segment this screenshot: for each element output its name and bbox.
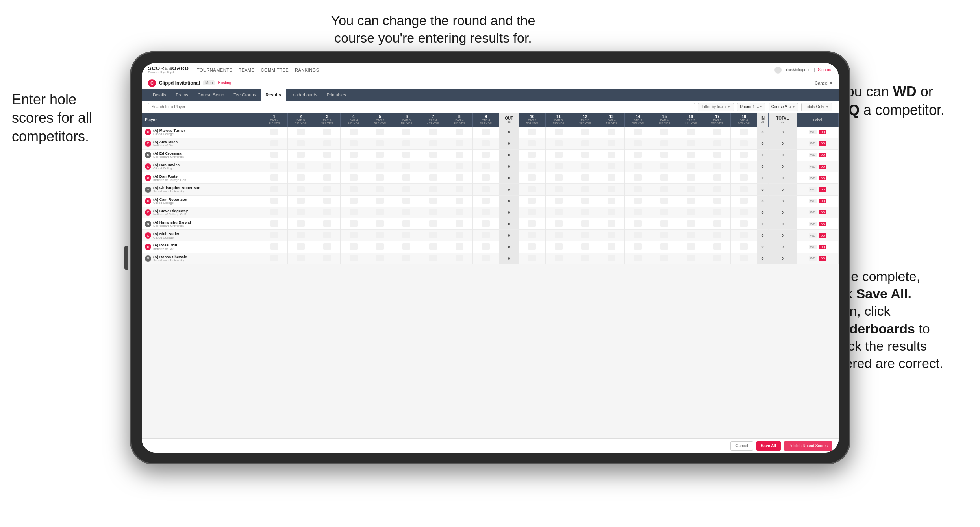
hole-13-score[interactable] [598,127,624,138]
hole-14-score[interactable] [625,195,651,207]
hole-1-score[interactable] [261,138,287,149]
dq-button[interactable]: DQ [819,256,826,261]
hole-15-score[interactable] [651,127,678,138]
wd-button[interactable]: WD [809,199,817,203]
hole-1-score[interactable] [261,253,287,264]
hole-4-score[interactable] [341,218,367,230]
hole-11-score[interactable] [545,195,572,207]
hole-11-score[interactable] [545,253,572,264]
hole-12-score[interactable] [572,127,598,138]
hole-6-score[interactable] [393,172,420,184]
hole-2-score[interactable] [287,149,314,161]
dq-button[interactable]: DQ [819,210,826,214]
hole-9-score[interactable] [472,149,499,161]
hole-5-score[interactable] [367,127,393,138]
hole-14-score[interactable] [625,207,651,218]
hole-17-score[interactable] [704,207,730,218]
hole-7-score[interactable] [420,184,446,195]
hole-7-score[interactable] [420,241,446,253]
hole-5-score[interactable] [367,207,393,218]
hole-7-score[interactable] [420,161,446,172]
hole-6-score[interactable] [393,161,420,172]
hole-3-score[interactable] [314,230,340,241]
hole-8-score[interactable] [446,127,472,138]
hole-4-score[interactable] [341,172,367,184]
hole-2-score[interactable] [287,253,314,264]
hole-2-score[interactable] [287,195,314,207]
hole-7-score[interactable] [420,172,446,184]
save-all-button[interactable]: Save All [756,441,781,451]
hole-14-score[interactable] [625,172,651,184]
hole-15-score[interactable] [651,184,678,195]
hole-13-score[interactable] [598,230,624,241]
tab-course-setup[interactable]: Course Setup [193,89,229,101]
cancel-button[interactable]: Cancel [730,441,753,451]
hole-10-score[interactable] [519,184,545,195]
hole-7-score[interactable] [420,230,446,241]
hole-5-score[interactable] [367,138,393,149]
hole-17-score[interactable] [704,172,730,184]
hole-6-score[interactable] [393,127,420,138]
hole-16-score[interactable] [678,149,704,161]
hole-16-score[interactable] [678,172,704,184]
hole-12-score[interactable] [572,161,598,172]
hole-9-score[interactable] [472,218,499,230]
hole-3-score[interactable] [314,184,340,195]
hole-4-score[interactable] [341,161,367,172]
hole-15-score[interactable] [651,207,678,218]
hole-16-score[interactable] [678,218,704,230]
hole-16-score[interactable] [678,230,704,241]
hole-13-score[interactable] [598,253,624,264]
publish-button[interactable]: Publish Round Scores [784,441,832,451]
dq-button[interactable]: DQ [819,245,826,249]
hole-8-score[interactable] [446,230,472,241]
sign-out-link[interactable]: Sign out [818,68,832,72]
hole-13-score[interactable] [598,218,624,230]
hole-5-score[interactable] [367,230,393,241]
hole-17-score[interactable] [704,127,730,138]
hole-11-score[interactable] [545,241,572,253]
hole-7-score[interactable] [420,149,446,161]
hole-18-score[interactable] [730,161,757,172]
hole-17-score[interactable] [704,241,730,253]
hole-2-score[interactable] [287,218,314,230]
hole-11-score[interactable] [545,172,572,184]
hole-17-score[interactable] [704,161,730,172]
hole-17-score[interactable] [704,184,730,195]
hole-2-score[interactable] [287,207,314,218]
hole-18-score[interactable] [730,218,757,230]
hole-4-score[interactable] [341,127,367,138]
hole-3-score[interactable] [314,138,340,149]
hole-8-score[interactable] [446,218,472,230]
hole-8-score[interactable] [446,195,472,207]
hole-8-score[interactable] [446,138,472,149]
tab-results[interactable]: Results [261,89,286,101]
hole-10-score[interactable] [519,172,545,184]
hole-6-score[interactable] [393,149,420,161]
hole-5-score[interactable] [367,195,393,207]
dq-button[interactable]: DQ [819,153,826,157]
hole-13-score[interactable] [598,149,624,161]
wd-button[interactable]: WD [809,141,817,146]
hole-12-score[interactable] [572,138,598,149]
hole-11-score[interactable] [545,230,572,241]
hole-7-score[interactable] [420,138,446,149]
hole-3-score[interactable] [314,253,340,264]
hole-13-score[interactable] [598,195,624,207]
hole-18-score[interactable] [730,207,757,218]
hole-6-score[interactable] [393,138,420,149]
hole-7-score[interactable] [420,195,446,207]
hole-15-score[interactable] [651,253,678,264]
hole-4-score[interactable] [341,149,367,161]
hole-15-score[interactable] [651,149,678,161]
hole-9-score[interactable] [472,127,499,138]
cancel-tournament[interactable]: Cancel X [815,81,832,85]
hole-7-score[interactable] [420,253,446,264]
hole-11-score[interactable] [545,218,572,230]
tab-printables[interactable]: Printables [322,89,351,101]
hole-8-score[interactable] [446,241,472,253]
hole-4-score[interactable] [341,207,367,218]
hole-10-score[interactable] [519,149,545,161]
hole-3-score[interactable] [314,172,340,184]
hole-10-score[interactable] [519,218,545,230]
